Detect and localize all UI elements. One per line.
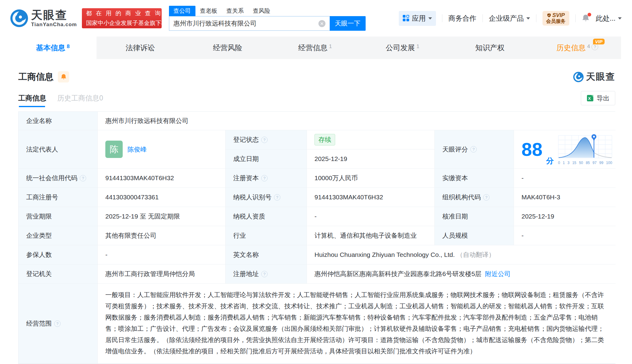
field-value-staff-size: - [514, 226, 616, 245]
divider [575, 14, 576, 22]
logo-subtitle: TianYanCha.com [31, 22, 77, 27]
tab-count: 8 [67, 44, 69, 50]
help-icon[interactable]: ? [470, 146, 477, 152]
tab-operation-info[interactable]: 经营信息 1 [271, 37, 359, 59]
promo-banner-line2: 国家中小企业发展子基金旗下机构 [86, 19, 157, 27]
field-label-business-term: 营业期限 [19, 207, 98, 226]
search-tab-company[interactable]: 查公司 [169, 6, 195, 16]
field-value-insured-count: - [98, 245, 226, 264]
field-value-company-name: 惠州市川行致远科技有限公司 [98, 112, 616, 130]
field-label-taxpayer-id: 纳税人识别号? [226, 188, 307, 207]
score-unit: 分 [546, 156, 554, 166]
subtab-business-info[interactable]: 工商信息 [18, 93, 46, 107]
watermark-logo: 天眼查 [573, 71, 615, 83]
field-value-score[interactable]: 88 分 [514, 130, 616, 169]
score-axis-ticks: 0131550859799100 [558, 161, 612, 165]
tab-label: 历史信息 [557, 43, 586, 53]
search-tab-boss[interactable]: 查老板 [195, 6, 222, 16]
help-icon[interactable]: ? [261, 137, 268, 143]
score-number: 88 [521, 140, 542, 159]
field-label-approval-date: 核准日期 [435, 207, 514, 226]
chevron-down-icon [428, 17, 432, 19]
user-name: 此处... [596, 14, 616, 23]
field-label-industry: 行业 [226, 226, 307, 245]
field-label-reg-address: 注册地址? [226, 264, 307, 284]
field-value-english-name: Huizhou Chuanxing Zhiyuan Technology Co.… [307, 245, 616, 264]
field-label-english-name: 英文名称 [226, 245, 307, 264]
help-icon[interactable]: ? [261, 175, 268, 181]
search-tabs: 查公司 查老板 查关系 查风险 [169, 6, 366, 16]
tab-intellectual-property[interactable]: 知识产权 [446, 37, 534, 59]
help-icon[interactable]: ? [80, 175, 86, 181]
question-icon[interactable]: ? [592, 44, 598, 50]
logo-title: 天眼查 [31, 9, 77, 21]
help-icon[interactable]: ? [483, 194, 490, 201]
divider [483, 14, 483, 22]
field-value-reg-number: 441303000473361 [98, 188, 226, 207]
tab-legal-litigation[interactable]: 法律诉讼 [97, 37, 184, 59]
field-label-reg-authority: 登记机关 [19, 264, 98, 284]
legal-rep-avatar[interactable]: 陈 [105, 141, 123, 158]
subscribe-bell-icon[interactable] [58, 71, 69, 82]
search-tab-risk[interactable]: 查风险 [248, 6, 275, 16]
field-value-paid-capital: - [514, 169, 616, 188]
notification-bell-icon[interactable] [582, 14, 590, 23]
tab-company-development[interactable]: 公司发展 1 [359, 37, 446, 59]
field-label-insured-count: 参保人数 [19, 245, 98, 264]
search-input[interactable] [169, 16, 330, 31]
subtab-history-business-info[interactable]: 历史工商信息0 [57, 93, 103, 107]
export-label: 导出 [597, 94, 609, 103]
svip-sublabel: 会员服务 [546, 19, 566, 24]
divider [442, 14, 442, 22]
field-value-taxpayer-id: 91441303MAK40T6H32 [307, 188, 435, 207]
field-value-establish-date: 2025-12-19 [307, 149, 435, 169]
search-button[interactable]: 天眼一下 [330, 16, 366, 31]
field-label-company-name: 企业名称 [19, 112, 98, 130]
field-label-reg-status: 登记状态? [226, 130, 307, 149]
field-value-reg-capital: 10000万人民币 [307, 169, 435, 188]
svg-text:X: X [588, 96, 591, 101]
field-label-business-scope: 经营范围? [19, 284, 98, 364]
help-icon[interactable]: ? [274, 194, 280, 201]
apps-menu[interactable]: 应用 [399, 11, 436, 26]
tab-count: 1 [416, 44, 419, 50]
search-clear-icon[interactable]: ✕ [318, 20, 325, 27]
tianyancha-logo[interactable]: 天眼查 TianYanCha.com [10, 9, 77, 27]
auto-translate-note: （自动翻译） [457, 250, 495, 259]
field-value-business-scope: 一般项目：人工智能应用软件开发；人工智能理论与算法软件开发；人工智能硬件销售；人… [98, 284, 616, 364]
section-title: 工商信息 [18, 71, 54, 83]
field-value-taxpayer-quality: - [307, 207, 435, 226]
chevron-down-icon [618, 17, 622, 19]
crown-icon [547, 13, 551, 18]
field-label-reg-number: 工商注册号 [19, 188, 98, 207]
field-value-reg-status: 存续 [307, 130, 435, 149]
nearby-companies-link[interactable]: 附近公司 [485, 270, 511, 278]
apps-label: 应用 [412, 14, 426, 23]
vip-badge: VIP [593, 39, 605, 44]
field-value-reg-authority: 惠州市工商行政管理局仲恺分局 [98, 264, 226, 284]
nav-business-cooperation[interactable]: 商务合作 [448, 14, 476, 23]
tab-label: 经营风险 [213, 43, 242, 53]
svip-member-badge[interactable]: SVIP 会员服务 [542, 11, 569, 25]
field-label-company-type: 企业类型 [19, 226, 98, 245]
search-tab-relation[interactable]: 查关系 [222, 6, 248, 16]
legal-rep-link[interactable]: 陈俊峰 [128, 145, 147, 154]
tab-label: 基本信息 [36, 43, 65, 53]
field-value-industry: 计算机、通信和其他电子设备制造业 [307, 226, 435, 245]
tab-history-info[interactable]: VIP 历史信息 4 ? [534, 37, 621, 59]
notification-dot [588, 13, 591, 16]
field-label-score: 天眼评分? [435, 130, 514, 169]
tab-count: 1 [329, 44, 332, 50]
score-distribution-chart: 0131550859799100 [558, 134, 612, 165]
help-icon[interactable]: ? [54, 320, 61, 327]
nav-enterprise-label: 企业级产品 [489, 14, 524, 23]
nav-enterprise-products[interactable]: 企业级产品 [489, 14, 530, 23]
help-icon[interactable]: ? [261, 271, 268, 277]
user-menu[interactable]: 此处... [596, 14, 622, 23]
chevron-down-icon [526, 17, 530, 19]
tab-operation-risk[interactable]: 经营风险 [184, 37, 271, 59]
export-button[interactable]: X 导出 [581, 91, 615, 105]
field-value-approval-date: 2025-12-19 [514, 207, 616, 226]
field-value-credit-code: 91441303MAK40T6H32 [98, 169, 226, 188]
tab-basic-info[interactable]: 基本信息 8 [9, 37, 97, 59]
